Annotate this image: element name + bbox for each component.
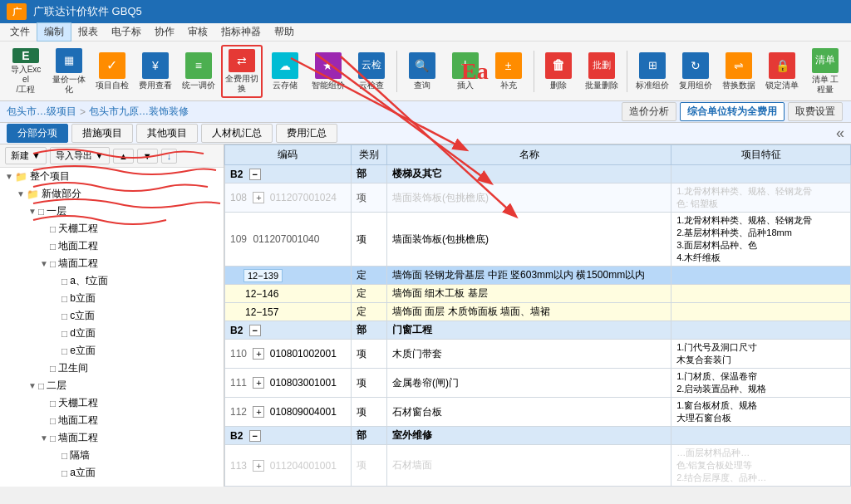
tree-label-ceiling1: 天棚工程: [58, 222, 98, 236]
table-row: B2 − 部 室外维修: [225, 427, 851, 445]
tree-item-wall2[interactable]: ▼ □ 墙面工程: [0, 429, 224, 447]
tree-item-bathroom1[interactable]: □ 卫生间: [0, 360, 224, 377]
expand-btn-113[interactable]: +: [253, 460, 264, 472]
cell-category: 定: [351, 267, 386, 285]
expand-btn-112[interactable]: +: [253, 406, 264, 418]
sub-tab-cuoshi[interactable]: 措施项目: [71, 124, 133, 143]
full-fee-switch-button[interactable]: ⇄ 全费用切换: [221, 45, 263, 98]
expand-floor1[interactable]: ▼: [27, 207, 38, 216]
tree-label-ceiling2: 天棚工程: [58, 396, 98, 410]
sub-tab-rcj[interactable]: 人材机汇总: [201, 124, 273, 143]
std-price-label: 标准组价: [636, 81, 669, 91]
supplement-button[interactable]: ± 补充: [488, 45, 529, 98]
code-input-12139[interactable]: 12−139: [243, 269, 283, 282]
tree-label-floor-work2: 地面工程: [58, 413, 98, 428]
tree-item-floor1[interactable]: ▼ □ 一层: [0, 203, 224, 220]
minus-btn-outdoor[interactable]: −: [249, 430, 261, 442]
tree-move-up-button[interactable]: ▲: [113, 149, 134, 164]
expand-whole-project[interactable]: ▼: [3, 172, 15, 181]
toolbar-sep-3: [627, 51, 627, 92]
cell-category: 部: [351, 165, 386, 183]
batch-delete-button[interactable]: 批删 批量删除: [581, 45, 622, 98]
tree-label-face-af: a、f立面: [70, 274, 108, 288]
sub-tab-fenbufenxiang[interactable]: 分部分项: [7, 124, 68, 143]
tree-item-face-e[interactable]: □ e立面: [0, 342, 224, 360]
expand-wall1[interactable]: ▼: [38, 259, 50, 268]
tree-item-face-a2[interactable]: □ a立面: [0, 464, 224, 482]
delete-button[interactable]: 🗑 删除: [538, 45, 579, 98]
tree-item-ceiling1[interactable]: □ 天棚工程: [0, 220, 224, 237]
panel-collapse-button[interactable]: «: [836, 125, 844, 142]
menu-etender[interactable]: 电子标: [105, 23, 148, 41]
tree-move-down-button[interactable]: ▼: [137, 149, 158, 164]
top-tab-full-fee[interactable]: 综合单位转为全费用: [680, 102, 785, 121]
clear-qty-button[interactable]: 清单 清单 工程量: [804, 45, 846, 98]
expand-btn-110[interactable]: +: [253, 348, 264, 360]
cloud-check-button[interactable]: 云检 云检查: [351, 45, 392, 98]
sub-tab-other[interactable]: 其他项目: [136, 124, 198, 143]
tree-item-floor-work2[interactable]: □ 地面工程: [0, 412, 224, 429]
fee-view-button[interactable]: ¥ 费用查看: [135, 45, 176, 98]
expand-new-section[interactable]: ▼: [15, 189, 27, 198]
tree-item-ceiling2[interactable]: □ 天棚工程: [0, 394, 224, 412]
menu-collab[interactable]: 协作: [148, 23, 181, 41]
tree-toolbar: 新建 ▼ 导入导出 ▼ ▲ ▼ ↓: [0, 144, 224, 168]
tree-item-new-section[interactable]: ▼ 📁 新做部分: [0, 185, 224, 203]
import-excel-button[interactable]: E 导入Excel /工程: [5, 45, 47, 98]
table-row: B2 − 部 门窗工程: [225, 321, 851, 340]
smart-price-button[interactable]: ★ 智能组价: [307, 45, 349, 98]
tree-item-wall1[interactable]: ▼ □ 墙面工程: [0, 255, 224, 272]
menu-help[interactable]: 帮助: [268, 23, 301, 41]
top-tab-cost-analysis[interactable]: 造价分析: [622, 102, 676, 121]
menu-index[interactable]: 指标神器: [214, 23, 268, 41]
expand-btn-111[interactable]: +: [253, 377, 264, 389]
file-icon-face-b: □: [61, 293, 67, 305]
table-row: 111 + 010803001001 项 金属卷帘(闸)门 1.门材质、保温卷帘…: [225, 369, 851, 398]
std-price-button[interactable]: ⊞ 标准组价: [632, 45, 673, 98]
tree-import-export-button[interactable]: 导入导出 ▼: [50, 147, 110, 164]
tree-item-face-b[interactable]: □ b立面: [0, 290, 224, 307]
tree-item-whole-project[interactable]: ▼ 📁 整个项目: [0, 168, 224, 185]
menu-report[interactable]: 报表: [71, 23, 105, 41]
cell-feature: [671, 267, 851, 285]
tree-item-face-c[interactable]: □ c立面: [0, 307, 224, 325]
tree-download-button[interactable]: ↓: [161, 149, 178, 164]
replace-data-button[interactable]: ⇌ 替换数据: [718, 45, 760, 98]
expand-wall2[interactable]: ▼: [38, 433, 50, 443]
reuse-price-button[interactable]: ↻ 复用组价: [675, 45, 716, 98]
unified-adjust-button[interactable]: ≡ 统一调价: [178, 45, 219, 98]
tree-item-face-af[interactable]: □ a、f立面: [0, 272, 224, 290]
tree-item-floor2[interactable]: ▼ □ 二层: [0, 377, 224, 394]
expand-btn-108[interactable]: +: [253, 192, 264, 203]
insert-button[interactable]: + 插入: [445, 45, 486, 98]
top-tab-fee-settings[interactable]: 取费设置: [788, 102, 843, 121]
tree-label-bathroom1: 卫生间: [58, 361, 88, 375]
lock-list-label: 锁定清单: [765, 81, 799, 91]
tree-item-floor-work1[interactable]: □ 地面工程: [0, 237, 224, 255]
cell-feature: 1.门代号及洞口尺寸木复合套装门: [671, 340, 851, 369]
tree-item-partition[interactable]: □ 隔墙: [0, 447, 224, 464]
menu-review[interactable]: 审核: [181, 23, 214, 41]
menu-file[interactable]: 文件: [3, 23, 37, 41]
tree-new-button[interactable]: 新建 ▼: [5, 147, 47, 164]
tree-label-face-a2: a立面: [70, 466, 96, 480]
cell-name: 墙面装饰板(包挑檐底): [387, 183, 671, 213]
liangjiayitihua-label: 量价一体化: [52, 75, 86, 95]
tree-item-face-d[interactable]: □ d立面: [0, 325, 224, 342]
cloud-store-button[interactable]: ☁ 云存储: [264, 45, 306, 98]
query-button[interactable]: 🔍 查询: [401, 45, 443, 98]
breadcrumb-item-2[interactable]: 包头市九原…装饰装修: [89, 105, 189, 119]
cell-category: 定: [351, 303, 386, 321]
cell-code: 112 + 010809004001: [225, 398, 352, 427]
breadcrumb-item-1[interactable]: 包头市…级项目: [7, 105, 76, 119]
expand-floor2[interactable]: ▼: [27, 381, 38, 390]
sub-tab-feiyong[interactable]: 费用汇总: [276, 124, 337, 143]
folder-icon-floor1: □: [38, 206, 44, 218]
liangjiayitihua-button[interactable]: ▦ 量价一体化: [48, 45, 90, 98]
batch-delete-icon: 批删: [588, 52, 615, 79]
project-check-button[interactable]: ✓ 项目自检: [91, 45, 133, 98]
minus-btn-door[interactable]: −: [249, 325, 261, 336]
lock-list-button[interactable]: 🔒 锁定清单: [761, 45, 803, 98]
menu-edit[interactable]: 编制: [37, 22, 71, 42]
minus-btn[interactable]: −: [249, 169, 261, 180]
